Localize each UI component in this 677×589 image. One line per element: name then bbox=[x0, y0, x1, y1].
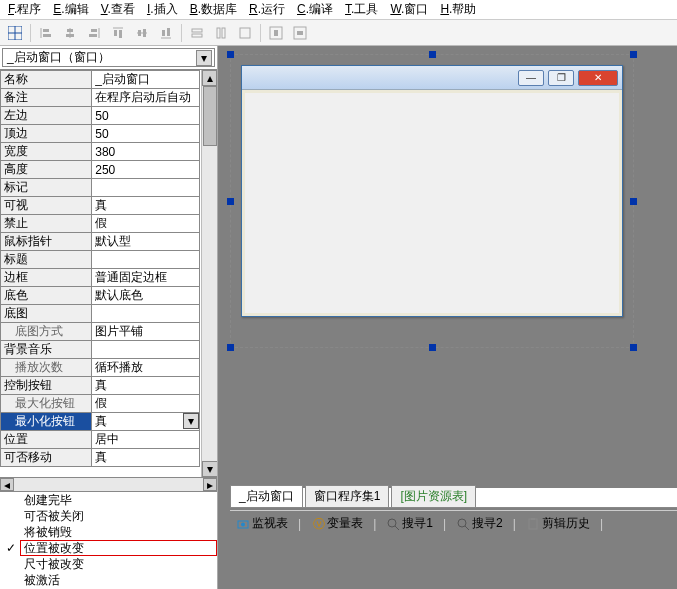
event-item[interactable]: ✓位置被改变 bbox=[20, 540, 217, 556]
resize-handle[interactable] bbox=[429, 344, 436, 351]
property-row[interactable]: 位置居中 bbox=[1, 431, 200, 449]
bottom-tool-search[interactable]: 搜寻1 bbox=[386, 515, 433, 532]
scroll-left-icon[interactable]: ◂ bbox=[0, 478, 14, 491]
property-name: 高度 bbox=[1, 161, 92, 179]
property-value[interactable]: 真 bbox=[92, 377, 200, 395]
property-row[interactable]: 边框普通固定边框 bbox=[1, 269, 200, 287]
menu-item[interactable]: H.帮助 bbox=[440, 1, 476, 18]
event-item[interactable]: 尺寸被改变 bbox=[20, 556, 217, 572]
editor-tab[interactable]: [图片资源表] bbox=[391, 485, 476, 507]
resize-handle[interactable] bbox=[630, 198, 637, 205]
bottom-tool-watch[interactable]: 监视表 bbox=[236, 515, 288, 532]
minimize-button[interactable]: — bbox=[518, 70, 544, 86]
resize-handle[interactable] bbox=[630, 51, 637, 58]
resize-handle[interactable] bbox=[227, 344, 234, 351]
property-row[interactable]: 可视真 bbox=[1, 197, 200, 215]
scroll-up-icon[interactable]: ▴ bbox=[202, 70, 217, 86]
property-value[interactable]: 真▾ bbox=[92, 413, 200, 431]
property-row[interactable]: 顶边50 bbox=[1, 125, 200, 143]
event-item[interactable]: 可否被关闭 bbox=[20, 508, 217, 524]
property-row[interactable]: 最小化按钮真▾ bbox=[1, 413, 200, 431]
menu-item[interactable]: I.插入 bbox=[147, 1, 178, 18]
menu-item[interactable]: V.查看 bbox=[101, 1, 135, 18]
scrollbar-horizontal[interactable]: ◂ ▸ bbox=[0, 477, 217, 491]
property-value[interactable]: 普通固定边框 bbox=[92, 269, 200, 287]
property-row[interactable]: 宽度380 bbox=[1, 143, 200, 161]
event-list[interactable]: 创建完毕可否被关闭将被销毁✓位置被改变尺寸被改变被激活被取消激活空闲 bbox=[0, 491, 217, 589]
property-row[interactable]: 最大化按钮假 bbox=[1, 395, 200, 413]
event-item[interactable]: 将被销毁 bbox=[20, 524, 217, 540]
menu-item[interactable]: B.数据库 bbox=[190, 1, 237, 18]
property-value[interactable]: 假 bbox=[92, 395, 200, 413]
property-row[interactable]: 左边50 bbox=[1, 107, 200, 125]
property-value[interactable]: _启动窗口 bbox=[92, 71, 200, 89]
property-row[interactable]: 备注在程序启动后自动 bbox=[1, 89, 200, 107]
property-row[interactable]: 高度250 bbox=[1, 161, 200, 179]
menu-item[interactable]: W.窗口 bbox=[390, 1, 428, 18]
property-value[interactable] bbox=[92, 179, 200, 197]
property-row[interactable]: 背景音乐 bbox=[1, 341, 200, 359]
bottom-tool-search[interactable]: 搜寻2 bbox=[456, 515, 503, 532]
editor-tab[interactable]: 窗口程序集1 bbox=[305, 485, 390, 507]
property-value[interactable]: 居中 bbox=[92, 431, 200, 449]
scroll-right-icon[interactable]: ▸ bbox=[203, 478, 217, 491]
separator: | bbox=[600, 517, 603, 531]
property-row[interactable]: 底色默认底色 bbox=[1, 287, 200, 305]
property-row[interactable]: 名称_启动窗口 bbox=[1, 71, 200, 89]
property-row[interactable]: 底图方式图片平铺 bbox=[1, 323, 200, 341]
property-value[interactable]: 假 bbox=[92, 215, 200, 233]
resize-handle[interactable] bbox=[630, 344, 637, 351]
menu-item[interactable]: F.程序 bbox=[8, 1, 41, 18]
resize-handle[interactable] bbox=[429, 51, 436, 58]
resize-handle[interactable] bbox=[227, 198, 234, 205]
resize-handle[interactable] bbox=[227, 51, 234, 58]
property-value[interactable]: 250 bbox=[92, 161, 200, 179]
property-row[interactable]: 控制按钮真 bbox=[1, 377, 200, 395]
property-value[interactable]: 50 bbox=[92, 125, 200, 143]
event-item[interactable]: 被激活 bbox=[20, 572, 217, 588]
svg-rect-20 bbox=[167, 28, 170, 36]
property-value[interactable] bbox=[92, 305, 200, 323]
chevron-down-icon[interactable]: ▾ bbox=[183, 413, 199, 429]
property-value[interactable]: 在程序启动后自动 bbox=[92, 89, 200, 107]
menu-item[interactable]: T.工具 bbox=[345, 1, 378, 18]
property-value[interactable]: 默认底色 bbox=[92, 287, 200, 305]
property-row[interactable]: 底图 bbox=[1, 305, 200, 323]
property-name: 可否移动 bbox=[1, 449, 92, 467]
editor-tab[interactable]: _启动窗口 bbox=[230, 485, 303, 507]
property-value[interactable] bbox=[92, 251, 200, 269]
property-value[interactable]: 真 bbox=[92, 449, 200, 467]
property-row[interactable]: 标题 bbox=[1, 251, 200, 269]
chevron-down-icon[interactable]: ▾ bbox=[196, 50, 212, 66]
property-value[interactable]: 50 bbox=[92, 107, 200, 125]
property-row[interactable]: 播放次数循环播放 bbox=[1, 359, 200, 377]
bottom-tool-clip[interactable]: 剪辑历史 bbox=[526, 515, 590, 532]
property-name: 底图 bbox=[1, 305, 92, 323]
event-item[interactable]: 创建完毕 bbox=[20, 492, 217, 508]
form-designer-window[interactable]: — ❐ ✕ bbox=[241, 65, 623, 317]
form-client-area[interactable] bbox=[245, 93, 619, 313]
property-value[interactable]: 循环播放 bbox=[92, 359, 200, 377]
close-button[interactable]: ✕ bbox=[578, 70, 618, 86]
property-value[interactable]: 默认型 bbox=[92, 233, 200, 251]
property-row[interactable]: 标记 bbox=[1, 179, 200, 197]
property-value[interactable]: 真 bbox=[92, 197, 200, 215]
maximize-button[interactable]: ❐ bbox=[548, 70, 574, 86]
scrollbar-vertical[interactable]: ▴ ▾ bbox=[201, 70, 217, 477]
property-value[interactable]: 图片平铺 bbox=[92, 323, 200, 341]
property-row[interactable]: 鼠标指针默认型 bbox=[1, 233, 200, 251]
scroll-track[interactable] bbox=[14, 478, 203, 491]
property-value[interactable]: 380 bbox=[92, 143, 200, 161]
menu-item[interactable]: R.运行 bbox=[249, 1, 285, 18]
property-row[interactable]: 可否移动真 bbox=[1, 449, 200, 467]
form-titlebar[interactable]: — ❐ ✕ bbox=[242, 66, 622, 90]
grid-icon[interactable] bbox=[4, 22, 26, 44]
scroll-down-icon[interactable]: ▾ bbox=[202, 461, 217, 477]
bottom-tool-var[interactable]: ⓥ变量表 bbox=[311, 515, 363, 532]
scroll-thumb[interactable] bbox=[203, 86, 217, 146]
menu-item[interactable]: C.编译 bbox=[297, 1, 333, 18]
property-value[interactable] bbox=[92, 341, 200, 359]
object-selector[interactable]: _启动窗口（窗口） ▾ bbox=[2, 48, 215, 67]
menu-item[interactable]: E.编辑 bbox=[53, 1, 88, 18]
property-row[interactable]: 禁止假 bbox=[1, 215, 200, 233]
